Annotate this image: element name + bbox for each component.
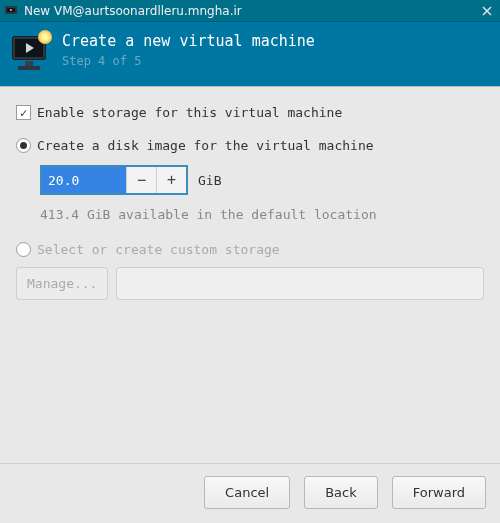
create-disk-row: Create a disk image for the virtual mach… [16,138,484,153]
titlebar: New VM@aurtsoonardlleru.mngha.ir [0,0,500,22]
content-area: ✓ Enable storage for this virtual machin… [0,87,500,463]
wizard-header: Create a new virtual machine Step 4 of 5 [0,22,500,87]
step-indicator: Step 4 of 5 [62,54,315,68]
increment-button[interactable]: + [156,167,186,193]
page-title: Create a new virtual machine [62,32,315,50]
manage-storage-button[interactable]: Manage... [16,267,108,300]
disk-size-input[interactable] [42,167,126,193]
disk-size-unit: GiB [198,173,221,188]
enable-storage-row: ✓ Enable storage for this virtual machin… [16,105,484,120]
vm-monitor-icon [10,32,50,72]
enable-storage-checkbox[interactable]: ✓ [16,105,31,120]
decrement-button[interactable]: − [126,167,156,193]
enable-storage-label: Enable storage for this virtual machine [37,105,342,120]
custom-storage-label: Select or create custom storage [37,242,280,257]
forward-button[interactable]: Forward [392,476,486,509]
close-icon[interactable] [478,2,496,20]
custom-storage-radio[interactable] [16,242,31,257]
app-icon [4,4,18,18]
cancel-button[interactable]: Cancel [204,476,290,509]
disk-size-row: − + GiB [40,165,484,195]
window-title: New VM@aurtsoonardlleru.mngha.ir [24,4,478,18]
custom-storage-path-row: Manage... [16,267,484,300]
disk-size-spinner: − + [40,165,188,195]
custom-storage-row: Select or create custom storage [16,242,484,257]
custom-storage-path-input [116,267,484,300]
back-button[interactable]: Back [304,476,378,509]
available-space-hint: 413.4 GiB available in the default locat… [40,207,484,222]
wizard-footer: Cancel Back Forward [0,463,500,523]
create-disk-radio[interactable] [16,138,31,153]
create-disk-label: Create a disk image for the virtual mach… [37,138,374,153]
